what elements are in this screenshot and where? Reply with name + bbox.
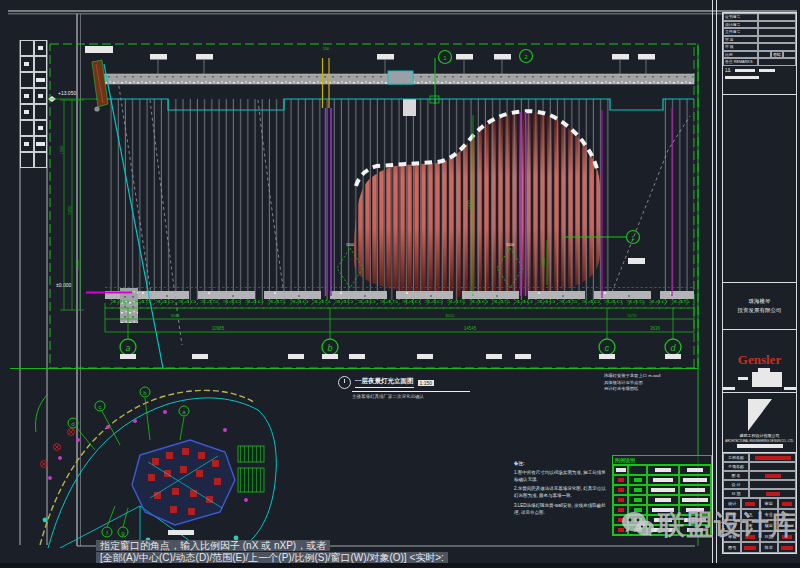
table-cell <box>741 542 759 553</box>
table-cell <box>749 462 796 471</box>
table-cell <box>647 495 679 505</box>
table-cell <box>613 485 628 495</box>
svg-text:b: b <box>143 390 147 396</box>
table-cell <box>34 104 48 120</box>
table-cell: 日 期 <box>723 489 749 498</box>
view-title-block: 一层夜景灯光立面图 1:150 主楼幕墙灯具须厂家二次深化后确认 <box>338 376 470 399</box>
status-strip <box>0 563 800 568</box>
footing-blocks <box>105 291 694 300</box>
table-cell <box>749 489 796 498</box>
client-line: 投资发展有限公司 <box>723 306 796 315</box>
bottom-dims: 340 345 340 340 345 340 340 345 340 345 … <box>105 300 694 339</box>
view-title: 一层夜景灯光立面图 <box>355 377 414 388</box>
corner-detail <box>92 60 108 112</box>
table-cell <box>679 475 711 485</box>
command-prompt-line1[interactable]: 指定窗口的角点，输入比例因子 (nX 或 nXP)，或者 <box>96 540 330 551</box>
svg-text:c: c <box>99 404 102 410</box>
dim-top-text: 150 <box>323 46 330 51</box>
view-note: 主楼幕墙灯具须厂家二次深化后确认 <box>352 394 470 399</box>
legend-title: 图例说明 <box>613 456 711 465</box>
design-company: 建筑工程设计有限公司 ARCHITECTURAL ENGINEERING DES… <box>723 433 796 453</box>
client-line: 珠海横琴 <box>723 297 796 306</box>
svg-text:14545: 14545 <box>464 326 477 331</box>
svg-text:a: a <box>125 343 130 353</box>
svg-text:3430: 3430 <box>541 257 546 267</box>
table-cell <box>34 152 48 168</box>
grid-bubbles: a b c d <box>120 339 681 355</box>
notes-title: 备注: <box>514 461 608 468</box>
site-scale-bar <box>168 530 194 535</box>
table-cell <box>749 480 796 489</box>
company-name-en: ARCHITECTURAL ENGINEERING DESIGN CO., LT… <box>723 439 796 443</box>
beam-hanger <box>403 99 416 116</box>
door-dim: 1500 <box>506 243 514 247</box>
view-title-icon <box>338 376 351 389</box>
table-cell: 工程名称 <box>723 453 749 462</box>
teal-dots <box>43 518 239 543</box>
svg-text:3045: 3045 <box>171 313 181 318</box>
svg-text:340 345 340 340 345 340 340 34: 340 345 340 340 345 340 340 345 340 345 … <box>110 300 691 304</box>
table-cell <box>778 542 796 553</box>
table-cell <box>647 485 679 495</box>
table-cell <box>679 465 711 475</box>
table-cell: 审 定 <box>723 36 758 44</box>
table-cell <box>34 120 48 136</box>
annotation-line: 洗墙灯安装于龙骨上口 m-wall <box>604 373 708 380</box>
client-name-box: 珠海横琴 投资发展有限公司 <box>723 282 796 330</box>
table-cell: 图幅 <box>771 51 784 59</box>
table-cell <box>758 28 796 36</box>
view-scale: 1:150 <box>418 380 435 386</box>
table-cell <box>758 21 796 29</box>
note-item: 3.LED洗墙灯随龙骨-wall安装, 接线盒须隐蔽处理, 详见节点图. <box>514 503 608 517</box>
table-cell <box>20 88 34 104</box>
title-block-info-rows: 证书编号设计编号文件编号审 定审 核比例图幅备注 REMARKS <box>723 13 796 66</box>
table-cell <box>20 104 34 120</box>
table-cell <box>34 136 48 152</box>
table-cell: 版本 <box>760 542 778 553</box>
cad-application-window: 1 2 1 150 1500 1500 7935 3430 <box>0 0 800 568</box>
table-cell <box>613 475 628 485</box>
table-cell <box>749 471 796 480</box>
lfi-pennant-logo <box>748 399 772 431</box>
title-block-edge <box>716 0 717 568</box>
table-cell <box>628 465 647 475</box>
annotation-line: 具体做法详见节点图 <box>604 380 708 387</box>
road-crosses <box>41 429 75 468</box>
svg-text:5170: 5170 <box>628 313 638 318</box>
table-cell <box>783 51 796 59</box>
table-cell: 图 名 <box>723 471 749 480</box>
beam-bracket-box <box>388 71 413 84</box>
svg-text:a: a <box>182 409 186 415</box>
table-cell <box>613 465 628 475</box>
revision-row: 1Δ <box>723 66 796 95</box>
table-cell <box>758 43 796 51</box>
table-cell <box>628 485 647 495</box>
general-notes: 备注: 1.图中所有尺寸均以现场实测为准, 施工前须复核确认无误. 2.龙骨间距… <box>514 461 608 519</box>
table-cell <box>647 465 679 475</box>
table-cell <box>34 40 48 56</box>
svg-text:10000: 10000 <box>75 259 80 271</box>
table-cell: 审 核 <box>723 43 758 51</box>
curtain-wall-mullions-right <box>663 99 694 300</box>
svg-text:7935: 7935 <box>467 199 472 210</box>
table-cell <box>758 13 796 21</box>
table-cell <box>628 495 647 505</box>
table-cell <box>679 485 711 495</box>
annotation-line: 另详灯光专项图纸 <box>604 386 708 393</box>
site-key-plan: a b c d f g <box>36 387 277 548</box>
command-prompt-line2[interactable]: [全部(A)/中心(C)/动态(D)/范围(E)/上一个(P)/比例(S)/窗口… <box>96 552 448 563</box>
svg-text:10985: 10985 <box>212 326 225 331</box>
bottom-label-boxes <box>120 354 681 359</box>
svg-text:c: c <box>605 343 610 353</box>
view-title-underline <box>352 391 470 393</box>
table-cell <box>34 88 48 104</box>
table-cell <box>628 475 647 485</box>
revision-tag: 1Δ <box>725 68 731 73</box>
curtain-wall-mullions <box>105 99 610 300</box>
svg-text:d: d <box>670 343 676 353</box>
svg-text:d: d <box>71 421 74 427</box>
table-cell <box>20 72 34 88</box>
note-item: 2.龙骨间距及做法详见幕墙深化图, 灯具定位以灯光图为准, 颜色与幕墙一致. <box>514 486 608 500</box>
elevation-view: 1 2 1 150 1500 1500 7935 3430 <box>48 46 694 368</box>
gensler-logo: Gensler <box>723 352 796 368</box>
